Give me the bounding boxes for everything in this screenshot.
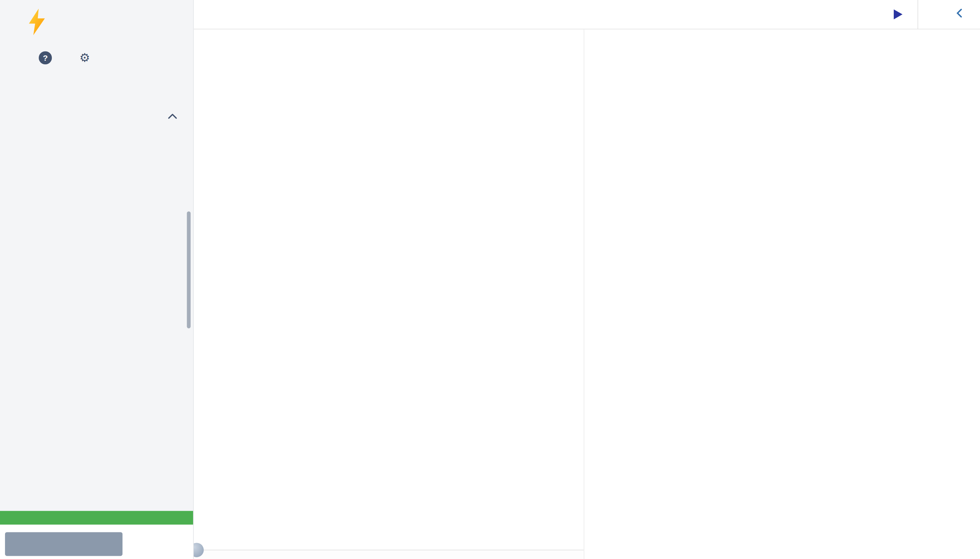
help-icon: ? bbox=[39, 51, 52, 64]
result-pane[interactable] bbox=[584, 30, 980, 559]
optimizer-app: ? ⚙ bbox=[0, 0, 980, 559]
chevron-up-icon bbox=[168, 114, 177, 119]
editor-result-panes bbox=[194, 30, 980, 559]
sidebar-bottom bbox=[0, 524, 193, 559]
gear-icon: ⚙ bbox=[79, 52, 90, 64]
query-editor-pane[interactable] bbox=[194, 30, 585, 559]
task-manager-button[interactable] bbox=[5, 532, 122, 556]
toolbar bbox=[194, 0, 980, 30]
query-variables-bar[interactable] bbox=[194, 550, 584, 559]
sidebar: ? ⚙ bbox=[0, 0, 194, 559]
sidebar-advanced-heading bbox=[0, 72, 193, 97]
main-content bbox=[194, 0, 980, 559]
status-badge bbox=[0, 511, 193, 525]
sidebar-group-tools[interactable] bbox=[0, 102, 193, 131]
app-logo bbox=[0, 0, 193, 39]
help-settings-row: ? ⚙ bbox=[39, 51, 193, 64]
docs-toggle[interactable] bbox=[956, 9, 966, 20]
lightning-bolt-icon bbox=[26, 7, 48, 39]
drag-handle-icon[interactable] bbox=[194, 542, 204, 557]
toolbar-divider bbox=[917, 0, 918, 30]
execute-query-button[interactable] bbox=[891, 8, 904, 21]
chevron-left-icon bbox=[956, 9, 962, 20]
sidebar-scrollbar[interactable] bbox=[187, 211, 191, 328]
